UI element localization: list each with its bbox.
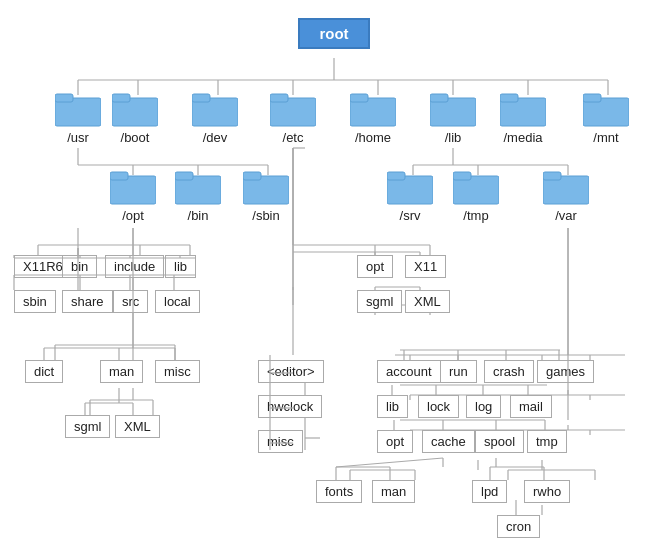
box-run: run [440,360,477,383]
box-dict: dict [25,360,63,383]
box-hwclock: hwclock [258,395,322,418]
folder-media: /media [500,90,546,145]
folder-sbin: /sbin [243,168,289,223]
folder-var: /var [543,168,589,223]
box-include: include [105,255,164,278]
box-x11-etc: X11 [405,255,446,278]
box-opt-etc: opt [357,255,393,278]
folder-tmp-icon [453,168,499,206]
box-misc-etc: misc [258,430,303,453]
box-src: src [113,290,148,313]
folder-boot: /boot [112,90,158,145]
folder-home: /home [350,90,396,145]
folder-bin: /bin [175,168,221,223]
box-xml-man: XML [115,415,160,438]
box-rwho: rwho [524,480,570,503]
folder-etc: /etc [270,90,316,145]
box-spool: spool [475,430,524,453]
folder-opt-label: /opt [122,208,144,223]
svg-rect-79 [112,94,130,102]
box-bin-usr: bin [62,255,97,278]
root-label: root [319,25,348,42]
box-share: share [62,290,113,313]
folder-dev: /dev [192,90,238,145]
folder-lib-label: /lib [445,130,462,145]
folder-usr: /usr [55,90,101,145]
svg-rect-91 [583,94,601,102]
folder-srv-icon [387,168,433,206]
folder-sbin-label: /sbin [252,208,279,223]
root-node: root [298,18,370,49]
box-man: man [100,360,143,383]
box-man-cache: man [372,480,415,503]
folder-opt: /opt [110,168,156,223]
folder-dev-label: /dev [203,130,228,145]
box-lib-var: lib [377,395,408,418]
box-sbin-usr: sbin [14,290,56,313]
box-opt-var: opt [377,430,413,453]
folder-var-icon [543,168,589,206]
box-misc: misc [155,360,200,383]
svg-rect-103 [543,172,561,180]
folder-media-icon [500,90,546,128]
svg-rect-95 [175,172,193,180]
folder-tmp-label: /tmp [463,208,488,223]
box-editor: <editor> [258,360,324,383]
svg-rect-85 [350,94,368,102]
svg-rect-83 [270,94,288,102]
box-log: log [466,395,501,418]
folder-home-label: /home [355,130,391,145]
svg-line-167 [336,458,443,467]
box-lpd: lpd [472,480,507,503]
folder-lib-icon [430,90,476,128]
box-crash: crash [484,360,534,383]
svg-rect-89 [500,94,518,102]
folder-mnt-icon [583,90,629,128]
folder-mnt-label: /mnt [593,130,618,145]
folder-home-icon [350,90,396,128]
folder-etc-label: /etc [283,130,304,145]
box-cron: cron [497,515,540,538]
svg-rect-81 [192,94,210,102]
svg-rect-77 [55,94,73,102]
folder-boot-label: /boot [121,130,150,145]
folder-bin-icon [175,168,221,206]
folder-lib: /lib [430,90,476,145]
box-sgml-man: sgml [65,415,110,438]
box-local: local [155,290,200,313]
box-account: account [377,360,441,383]
box-cache: cache [422,430,475,453]
folder-media-label: /media [503,130,542,145]
box-lock: lock [418,395,459,418]
folder-srv: /srv [387,168,433,223]
box-xml-etc: XML [405,290,450,313]
svg-rect-97 [243,172,261,180]
box-tmp-var: tmp [527,430,567,453]
folder-opt-icon [110,168,156,206]
svg-rect-93 [110,172,128,180]
folder-dev-icon [192,90,238,128]
svg-rect-99 [387,172,405,180]
folder-boot-icon [112,90,158,128]
folder-mnt: /mnt [583,90,629,145]
svg-rect-87 [430,94,448,102]
box-lib-usr: lib [165,255,196,278]
folder-usr-icon [55,90,101,128]
box-games: games [537,360,594,383]
svg-rect-101 [453,172,471,180]
folder-usr-label: /usr [67,130,89,145]
folder-sbin-icon [243,168,289,206]
box-mail: mail [510,395,552,418]
box-sgml-etc: sgml [357,290,402,313]
folder-bin-label: /bin [188,208,209,223]
folder-var-label: /var [555,208,577,223]
folder-srv-label: /srv [400,208,421,223]
folder-tmp: /tmp [453,168,499,223]
box-fonts: fonts [316,480,362,503]
folder-etc-icon [270,90,316,128]
